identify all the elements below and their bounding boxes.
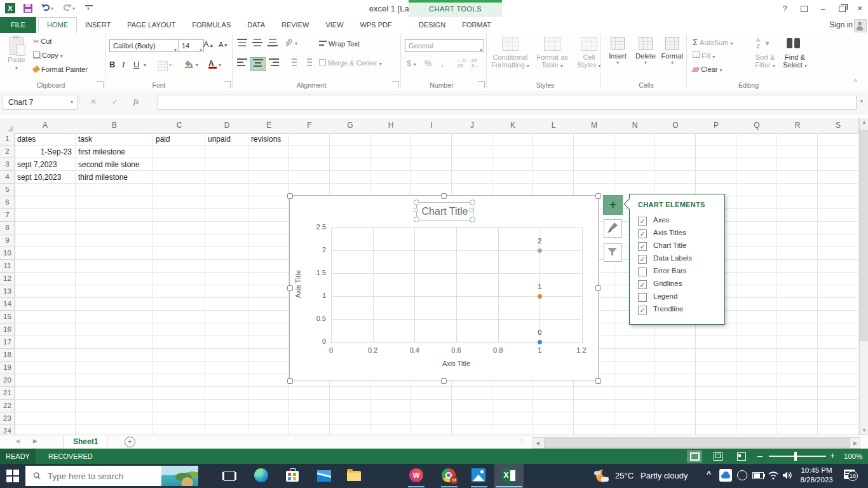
- task-view-icon[interactable]: [221, 468, 236, 484]
- tab-wps-pdf[interactable]: WPS PDF: [352, 17, 400, 33]
- weather-icon[interactable]: [596, 468, 611, 484]
- checkbox-legend[interactable]: [638, 293, 647, 302]
- chart-resize-handle[interactable]: [287, 193, 293, 199]
- recovered-status[interactable]: RECOVERED: [42, 449, 99, 464]
- row-header-4[interactable]: 4: [0, 171, 15, 184]
- chart-styles-button[interactable]: [604, 219, 622, 238]
- orientation-dropdown[interactable]: ▾: [295, 41, 297, 46]
- column-header-L[interactable]: L: [533, 118, 574, 133]
- title-handle[interactable]: [470, 217, 475, 222]
- file-explorer-icon[interactable]: [347, 468, 362, 484]
- cell-A4[interactable]: sept 10,2023: [17, 171, 61, 184]
- column-header-S[interactable]: S: [818, 118, 859, 133]
- tab-view[interactable]: VIEW: [317, 17, 351, 33]
- row-header-17[interactable]: 17: [0, 336, 15, 349]
- name-box[interactable]: Chart 7▾: [3, 95, 78, 110]
- zoom-out-icon[interactable]: –: [757, 451, 763, 461]
- cell-A1[interactable]: dates: [17, 133, 36, 146]
- shrink-font-button[interactable]: A▼: [219, 41, 228, 48]
- insert-function-icon[interactable]: fx: [133, 95, 139, 109]
- chart-resize-handle[interactable]: [287, 378, 293, 384]
- clipboard-dialog-launcher[interactable]: [97, 81, 104, 88]
- column-header-N[interactable]: N: [614, 118, 656, 133]
- row-header-20[interactable]: 20: [0, 374, 15, 387]
- chrome-icon[interactable]: M: [442, 468, 457, 484]
- tab-review[interactable]: REVIEW: [273, 17, 317, 33]
- middle-align-button[interactable]: [250, 38, 264, 51]
- restore-icon[interactable]: [834, 3, 850, 15]
- row-header-5[interactable]: 5: [0, 184, 15, 196]
- zoom-in-icon[interactable]: +: [830, 451, 835, 461]
- tab-format[interactable]: FORMAT: [454, 17, 499, 33]
- title-handle[interactable]: [470, 200, 475, 205]
- column-header-D[interactable]: D: [205, 118, 249, 133]
- find-select-button[interactable]: Find &Select ▾: [780, 37, 810, 69]
- chart-filters-button[interactable]: [604, 243, 622, 262]
- row-header-1[interactable]: 1: [0, 133, 15, 146]
- row-header-18[interactable]: 18: [0, 349, 15, 362]
- chart-resize-handle[interactable]: [595, 285, 601, 291]
- tray-circle-icon[interactable]: [737, 470, 747, 482]
- sheet-tab-sheet1[interactable]: Sheet1: [64, 435, 107, 450]
- number-dialog-launcher[interactable]: [478, 81, 485, 88]
- cell-A3[interactable]: sept 7,2023: [17, 158, 57, 171]
- help-icon[interactable]: ?: [776, 3, 793, 15]
- column-header-C[interactable]: C: [153, 118, 206, 133]
- wps-icon[interactable]: W: [409, 468, 424, 484]
- column-header-G[interactable]: G: [330, 118, 371, 133]
- column-header-B[interactable]: B: [76, 118, 154, 133]
- align-right-button[interactable]: [267, 57, 281, 70]
- title-handle[interactable]: [414, 200, 419, 205]
- cell-D1[interactable]: unpaid: [208, 133, 231, 146]
- scroll-right-icon[interactable]: ▶: [851, 440, 860, 446]
- italic-button[interactable]: I: [122, 60, 125, 70]
- scroll-down-icon[interactable]: ▼: [860, 428, 868, 433]
- title-handle[interactable]: [414, 208, 418, 212]
- search-daily-image[interactable]: [161, 466, 198, 486]
- mail-icon[interactable]: [317, 468, 332, 484]
- orientation-button[interactable]: ab: [283, 37, 294, 48]
- checkbox-axis-titles[interactable]: ✓: [638, 229, 647, 238]
- font-dialog-launcher[interactable]: [224, 81, 231, 88]
- tab-insert[interactable]: INSERT: [77, 17, 119, 33]
- row-header-22[interactable]: 22: [0, 400, 15, 412]
- tab-design[interactable]: DESIGN: [410, 17, 454, 33]
- page-break-view-icon[interactable]: [734, 450, 749, 463]
- chart-resize-handle[interactable]: [441, 193, 447, 199]
- wifi-icon[interactable]: [768, 470, 779, 482]
- chart-resize-handle[interactable]: [595, 378, 601, 384]
- font-color-dropdown[interactable]: ▾: [219, 62, 221, 68]
- data-point-0[interactable]: [538, 340, 542, 344]
- column-header-I[interactable]: I: [411, 118, 452, 133]
- tab-file[interactable]: FILE: [0, 17, 36, 33]
- scroll-up-icon[interactable]: ▲: [860, 119, 868, 125]
- row-header-7[interactable]: 7: [0, 209, 15, 222]
- row-header-3[interactable]: 3: [0, 158, 15, 171]
- checkbox-data-labels[interactable]: ✓: [638, 255, 647, 264]
- sign-in-link[interactable]: Sign in: [829, 20, 853, 29]
- font-color-button[interactable]: A: [208, 59, 217, 69]
- grow-font-button[interactable]: A▲: [203, 39, 214, 49]
- column-header-M[interactable]: M: [574, 118, 615, 133]
- tray-chevron-icon[interactable]: ^: [707, 470, 711, 478]
- row-header-15[interactable]: 15: [0, 311, 15, 323]
- cell-B3[interactable]: second mile stone: [78, 158, 140, 171]
- chart-resize-handle[interactable]: [595, 193, 601, 199]
- row-header-21[interactable]: 21: [0, 387, 15, 400]
- formula-input[interactable]: [158, 95, 857, 110]
- checkbox-error-bars[interactable]: [638, 268, 647, 276]
- wrap-text-button[interactable]: Wrap Text: [319, 40, 360, 48]
- tab-scroll-splitter[interactable]: ⋮: [519, 438, 525, 445]
- start-button-icon[interactable]: [6, 470, 19, 482]
- tab-formulas[interactable]: FORMULAS: [184, 17, 239, 33]
- column-header-O[interactable]: O: [655, 118, 696, 133]
- alignment-dialog-launcher[interactable]: [392, 81, 399, 88]
- top-align-button[interactable]: [235, 38, 249, 51]
- cell-A2[interactable]: 1-Sep-23: [15, 146, 72, 158]
- column-header-A[interactable]: A: [15, 118, 76, 133]
- bold-button[interactable]: B: [109, 60, 115, 69]
- normal-view-icon[interactable]: [687, 450, 702, 463]
- row-header-16[interactable]: 16: [0, 323, 15, 336]
- cell-B2[interactable]: first milestone: [78, 146, 125, 158]
- font-size-combo[interactable]: 14▾: [178, 39, 204, 52]
